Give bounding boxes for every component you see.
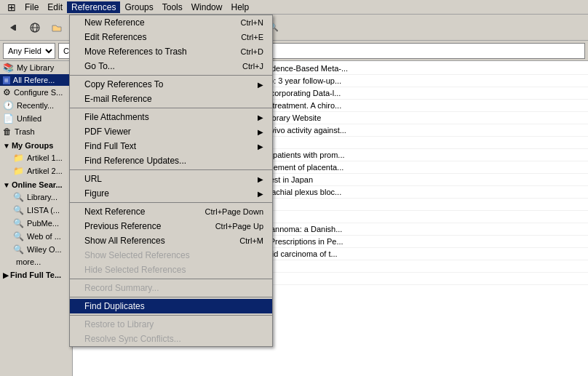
submenu-arrow-icon: ▶ — [258, 190, 263, 198]
menu-item-label: Show All References — [84, 236, 165, 246]
menu-item-file-attachments[interactable]: File Attachments▶ — [70, 110, 272, 124]
menu-shortcut: Ctrl+Page Up — [215, 222, 263, 231]
menu-item-label: Copy References To — [84, 79, 164, 89]
menu-separator — [70, 297, 272, 297]
references-dropdown-menu: New ReferenceCtrl+NEdit ReferencesCtrl+E… — [69, 15, 273, 347]
menu-item-move-references-to-trash[interactable]: Move References to TrashCtrl+D — [70, 44, 272, 59]
menu-shortcut: Ctrl+J — [242, 62, 263, 71]
menu-item-show-selected-references: Show Selected References — [70, 248, 272, 263]
menu-item-label: E-mail Reference — [84, 94, 152, 104]
menu-item-label: New Reference — [84, 17, 145, 28]
menu-item-label: Record Summary... — [84, 283, 159, 293]
menu-shortcut: Ctrl+M — [239, 236, 263, 245]
menu-separator — [70, 169, 272, 170]
menu-item-restore-to-library: Restore to Library — [70, 317, 272, 332]
menu-item-label: Next Reference — [84, 207, 145, 217]
menu-shortcut: Ctrl+N — [241, 18, 263, 27]
menu-shortcut: Ctrl+E — [241, 33, 263, 41]
menu-item-pdf-viewer[interactable]: PDF Viewer▶ — [70, 124, 272, 139]
menu-item-label: Figure — [84, 188, 109, 199]
submenu-arrow-icon: ▶ — [258, 81, 263, 89]
menu-separator — [70, 315, 272, 316]
menu-item-label: Find Duplicates — [84, 301, 145, 311]
menu-item-label: Show Selected References — [84, 250, 190, 260]
menu-item-label: PDF Viewer — [84, 127, 131, 137]
menu-item-copy-references-to[interactable]: Copy References To▶ — [70, 77, 272, 92]
menu-shortcut: Ctrl+D — [241, 47, 263, 56]
menu-item-previous-reference[interactable]: Previous ReferenceCtrl+Page Up — [70, 219, 272, 233]
menu-shortcut: Ctrl+Page Down — [205, 207, 263, 216]
menu-separator — [70, 108, 272, 108]
menu-item-figure[interactable]: Figure▶ — [70, 186, 272, 201]
menu-item-label: Move References to Trash — [84, 47, 187, 57]
menu-item-find-full-text[interactable]: Find Full Text▶ — [70, 139, 272, 153]
menu-item-label: Find Full Text — [84, 141, 136, 151]
menu-item-record-summary: Record Summary... — [70, 281, 272, 295]
dropdown-overlay: New ReferenceCtrl+NEdit ReferencesCtrl+E… — [0, 0, 588, 376]
menu-separator — [70, 279, 272, 279]
menu-item-url[interactable]: URL▶ — [70, 172, 272, 186]
submenu-arrow-icon: ▶ — [258, 128, 263, 136]
menu-item-label: Previous Reference — [84, 221, 161, 231]
submenu-arrow-icon: ▶ — [258, 175, 263, 183]
menu-item-edit-references[interactable]: Edit ReferencesCtrl+E — [70, 30, 272, 44]
menu-item-label: Restore to Library — [84, 319, 154, 329]
menu-item-label: File Attachments — [84, 112, 149, 122]
menu-item-show-all-references[interactable]: Show All ReferencesCtrl+M — [70, 233, 272, 248]
menu-item-go-to[interactable]: Go To...Ctrl+J — [70, 59, 272, 73]
submenu-arrow-icon: ▶ — [258, 113, 263, 121]
menu-item-find-reference-updates[interactable]: Find Reference Updates... — [70, 153, 272, 168]
menu-item-label: Go To... — [84, 61, 115, 71]
menu-item-e-mail-reference[interactable]: E-mail Reference — [70, 92, 272, 106]
menu-item-label: Find Reference Updates... — [84, 156, 186, 166]
menu-item-label: Hide Selected References — [84, 265, 186, 275]
menu-separator — [70, 202, 272, 203]
menu-item-next-reference[interactable]: Next ReferenceCtrl+Page Down — [70, 204, 272, 219]
menu-item-resolve-sync-conflicts: Resolve Sync Conflicts... — [70, 332, 272, 346]
menu-item-label: URL — [84, 174, 102, 184]
menu-item-hide-selected-references: Hide Selected References — [70, 263, 272, 277]
submenu-arrow-icon: ▶ — [258, 143, 263, 151]
menu-item-label: Edit References — [84, 32, 146, 42]
menu-item-find-duplicates[interactable]: Find Duplicates — [70, 299, 272, 313]
menu-separator — [70, 75, 272, 76]
menu-item-label: Resolve Sync Conflicts... — [84, 334, 181, 344]
menu-item-new-reference[interactable]: New ReferenceCtrl+N — [70, 15, 272, 30]
